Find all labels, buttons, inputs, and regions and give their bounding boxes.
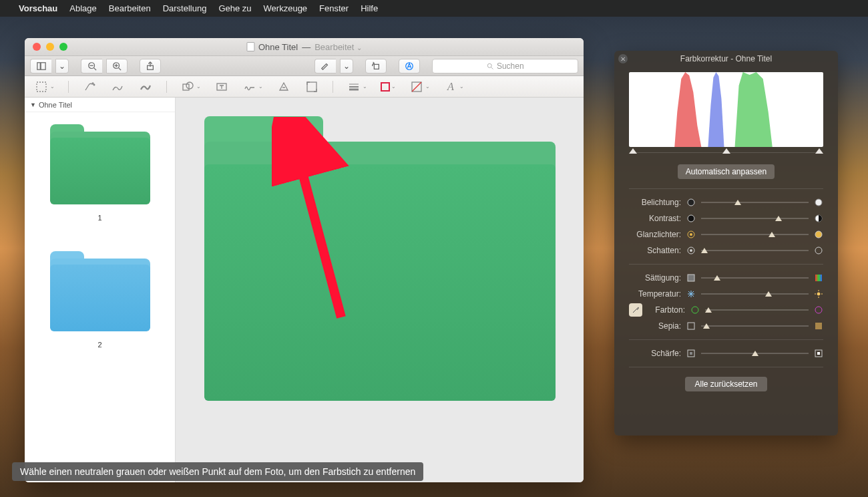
canvas[interactable] <box>176 98 584 482</box>
menu-view[interactable]: Darstellung <box>163 3 207 13</box>
saturation-slider[interactable] <box>701 273 809 283</box>
svg-point-52 <box>815 247 822 254</box>
shadows-high-icon <box>814 246 823 255</box>
sharpness-row: Schärfe: <box>614 345 838 361</box>
instant-alpha-tool[interactable] <box>82 79 97 94</box>
line-style-tool[interactable]: ⌄ <box>347 79 367 94</box>
app-menu[interactable]: Vorschau <box>19 3 57 13</box>
svg-marker-60 <box>765 291 772 297</box>
minimize-window-button[interactable] <box>46 43 54 51</box>
thumbnail-2[interactable] <box>50 251 150 331</box>
highlights-slider[interactable] <box>701 230 809 239</box>
svg-point-68 <box>815 307 822 313</box>
svg-point-42 <box>688 215 694 222</box>
sepia-slider[interactable] <box>701 321 809 331</box>
panel-close-button[interactable]: ✕ <box>618 54 628 63</box>
histogram <box>629 72 823 147</box>
contrast-low-icon <box>686 214 696 223</box>
svg-point-50 <box>690 249 692 252</box>
text-style-tool[interactable]: A⌄ <box>443 79 464 94</box>
adjust-color-tool[interactable] <box>276 79 291 94</box>
saturation-row: Sättigung: <box>614 270 838 286</box>
tint-slider[interactable] <box>705 305 809 315</box>
rotate-button[interactable] <box>365 59 387 73</box>
view-mode-dropdown[interactable]: ⌄ <box>55 59 69 73</box>
thumbnail-sidebar: ▼Ohne Titel 1 2 <box>25 98 176 482</box>
sketch-tool[interactable] <box>110 79 125 94</box>
temperature-slider[interactable] <box>701 289 809 299</box>
svg-point-39 <box>688 199 694 206</box>
svg-marker-33 <box>674 72 701 147</box>
histogram-range[interactable] <box>629 148 823 158</box>
window-status[interactable]: Bearbeitet ⌄ <box>314 42 362 52</box>
menu-edit[interactable]: Bearbeiten <box>109 3 151 13</box>
svg-marker-40 <box>734 200 741 205</box>
temperature-cold-icon <box>686 289 696 299</box>
share-button[interactable] <box>140 59 161 73</box>
search-field[interactable]: Suchen <box>432 59 579 73</box>
auto-levels-button[interactable]: Automatisch anpassen <box>678 164 775 179</box>
sepia-high-icon <box>814 321 823 331</box>
svg-marker-38 <box>815 148 823 154</box>
svg-rect-1 <box>41 62 45 69</box>
svg-line-3 <box>93 67 96 70</box>
text-tool[interactable] <box>214 79 229 94</box>
shadows-row: Schatten: <box>614 242 838 259</box>
svg-marker-47 <box>769 232 775 237</box>
fill-color-tool[interactable]: ⌄ <box>409 79 430 94</box>
markup-dropdown[interactable]: ⌄ <box>340 59 353 73</box>
svg-rect-73 <box>690 352 692 355</box>
svg-marker-43 <box>775 216 782 221</box>
shapes-tool[interactable]: ⌄ <box>180 79 201 94</box>
highlights-low-icon <box>686 230 696 239</box>
svg-point-41 <box>815 199 822 206</box>
window-title: Ohne Titel <box>258 42 298 52</box>
contrast-slider[interactable] <box>701 214 809 223</box>
svg-rect-15 <box>37 82 46 92</box>
svg-line-30 <box>412 82 421 92</box>
document-proxy-icon[interactable] <box>246 42 254 51</box>
sign-tool[interactable]: ⌄ <box>242 79 263 94</box>
svg-point-61 <box>817 293 820 295</box>
draw-tool[interactable] <box>138 79 153 94</box>
shadows-low-icon <box>686 246 696 255</box>
menu-window[interactable]: Fenster <box>319 3 349 13</box>
menu-file[interactable]: Ablage <box>69 3 96 13</box>
sidebar-header[interactable]: ▼Ohne Titel <box>25 98 175 112</box>
svg-line-14 <box>491 67 493 69</box>
aperture-light-icon <box>814 198 823 207</box>
thumbnail-1[interactable] <box>50 124 150 204</box>
selection-tool[interactable]: ⌄ <box>34 79 55 94</box>
close-window-button[interactable] <box>33 43 41 51</box>
svg-point-66 <box>692 307 698 313</box>
reset-all-button[interactable]: Alle zurücksetzen <box>685 377 767 391</box>
eyedropper-button[interactable] <box>629 303 642 317</box>
sepia-low-icon <box>686 321 696 331</box>
sepia-row: Sepia: <box>614 318 838 334</box>
exposure-row: Belichtung: <box>614 194 838 210</box>
zoom-in-button[interactable] <box>106 59 128 73</box>
menu-bar: Vorschau Ablage Bearbeiten Darstellung G… <box>0 0 868 17</box>
svg-marker-54 <box>714 275 720 281</box>
border-color-tool[interactable]: ⌄ <box>381 82 396 92</box>
saturation-low-icon <box>686 273 696 283</box>
primary-toolbar: ⌄ ⌄ Suchen <box>25 56 584 76</box>
highlights-row: Glanzlichter: <box>614 226 838 242</box>
tint-magenta-icon <box>814 305 823 315</box>
sharpness-slider[interactable] <box>701 349 809 358</box>
shadows-slider[interactable] <box>701 246 809 255</box>
view-mode-button[interactable] <box>30 59 51 73</box>
zoom-out-button[interactable] <box>81 59 102 73</box>
adjust-size-tool[interactable] <box>304 79 319 94</box>
panel-title: Farbkorrektur - Ohne Titel <box>680 54 772 63</box>
menu-help[interactable]: Hilfe <box>361 3 378 13</box>
zoom-window-button[interactable] <box>59 43 67 51</box>
markup-button[interactable] <box>314 59 336 73</box>
sharpness-low-icon <box>686 349 696 358</box>
menu-go[interactable]: Gehe zu <box>218 3 251 13</box>
annotate-button[interactable] <box>399 59 420 73</box>
temperature-row: Temperatur: <box>614 286 838 302</box>
svg-point-46 <box>690 233 692 236</box>
exposure-slider[interactable] <box>701 198 809 207</box>
menu-tools[interactable]: Werkzeuge <box>264 3 308 13</box>
